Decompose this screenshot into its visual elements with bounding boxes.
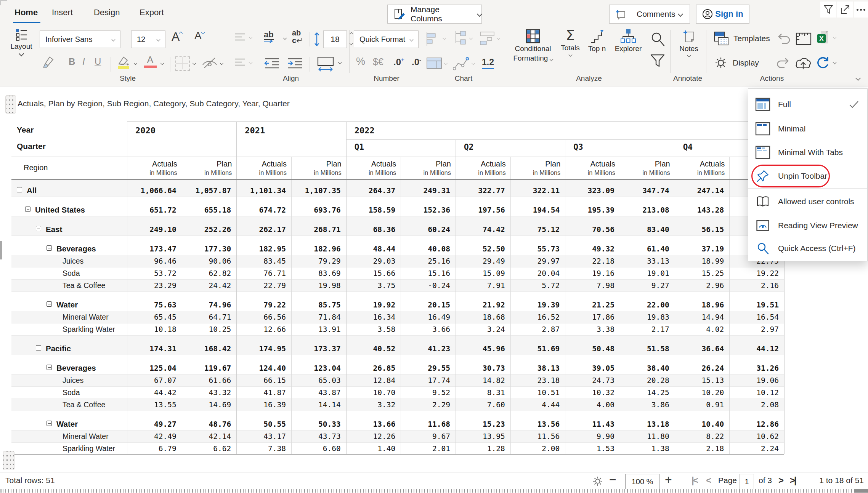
chevron-down-icon[interactable] xyxy=(833,35,837,39)
cell[interactable]: 19.98 xyxy=(291,281,341,290)
cell[interactable]: 11.80 xyxy=(620,432,669,441)
shrink-to-fit-button[interactable]: ab c xyxy=(292,29,302,44)
collapse-icon[interactable] xyxy=(47,421,52,426)
cell[interactable]: 29.49 xyxy=(456,257,505,266)
comments-button[interactable]: Comments xyxy=(609,5,690,24)
cell[interactable]: 19.06 xyxy=(729,376,779,385)
cell[interactable]: 51.69 xyxy=(510,344,560,353)
cell[interactable]: 16.34 xyxy=(346,313,396,322)
column-header[interactable]: Plan xyxy=(510,160,561,168)
cell[interactable]: 1,057.87 xyxy=(182,186,231,195)
cell[interactable]: 22.79 xyxy=(236,281,286,290)
cell[interactable]: 19.51 xyxy=(729,301,779,309)
cell[interactable]: 51.58 xyxy=(620,344,669,353)
column-width-button[interactable] xyxy=(316,56,335,72)
cell[interactable]: 83.69 xyxy=(291,269,341,278)
cell[interactable]: 3.75 xyxy=(346,281,396,290)
cell[interactable]: 249.10 xyxy=(127,225,176,234)
cell[interactable]: 9.27 xyxy=(620,281,669,290)
chevron-down-icon[interactable] xyxy=(833,61,837,64)
cell[interactable]: 5.72 xyxy=(510,281,560,290)
menu-item-allowed-user-controls[interactable]: Allowed user controls xyxy=(748,190,867,213)
collapse-icon[interactable] xyxy=(47,245,52,251)
cell[interactable]: 10.62 xyxy=(729,432,779,441)
cell[interactable]: 15.23 xyxy=(456,420,505,429)
row-label[interactable]: Soda xyxy=(63,388,80,397)
cell[interactable]: 2.08 xyxy=(729,400,779,409)
column-header[interactable]: Plan xyxy=(401,160,451,168)
cell[interactable]: 194.54 xyxy=(510,206,560,214)
sign-in-button[interactable]: Sign in xyxy=(696,5,749,24)
cell[interactable]: 20.04 xyxy=(510,269,560,278)
cell[interactable]: 16.54 xyxy=(729,313,779,322)
quarter-group-label[interactable]: Q4 xyxy=(683,142,693,152)
row-label[interactable]: Beverages xyxy=(56,363,96,373)
cell[interactable]: 33.13 xyxy=(620,257,669,266)
cell[interactable]: 23.29 xyxy=(127,281,176,290)
cell[interactable]: 64.71 xyxy=(182,313,231,322)
cell[interactable]: 45.96 xyxy=(456,344,505,353)
cell[interactable]: 247.14 xyxy=(675,186,724,195)
currency-format-button[interactable]: $€ xyxy=(373,56,383,67)
undo-button[interactable] xyxy=(776,33,791,46)
add-comment-icon[interactable] xyxy=(610,5,631,23)
indent-button[interactable] xyxy=(287,56,303,70)
cell[interactable]: 39.05 xyxy=(565,364,614,373)
cell[interactable]: 42.49 xyxy=(127,432,176,441)
column-header[interactable]: Actuals xyxy=(127,160,177,168)
chevron-up-icon[interactable] xyxy=(350,32,353,36)
column-header[interactable]: Actuals xyxy=(675,160,725,168)
cell[interactable]: 268.71 xyxy=(291,225,341,234)
column-header[interactable]: Plan xyxy=(291,160,342,168)
cell[interactable]: 16.39 xyxy=(236,400,286,409)
cell[interactable]: 18.99 xyxy=(675,257,724,266)
cloud-upload-button[interactable] xyxy=(794,56,812,71)
chevron-down-icon[interactable] xyxy=(249,35,253,39)
cell[interactable]: 65.45 xyxy=(127,313,176,322)
cell[interactable]: 19.39 xyxy=(510,301,560,309)
cell[interactable]: 79.22 xyxy=(236,301,286,309)
cell[interactable]: 11.56 xyxy=(510,432,560,441)
cell[interactable]: 3.32 xyxy=(346,400,396,409)
cell[interactable]: 75.63 xyxy=(127,301,176,309)
cell[interactable]: 14.69 xyxy=(182,400,231,409)
table-chart-button[interactable] xyxy=(426,57,442,69)
row-label[interactable]: Mineral Water xyxy=(63,432,109,441)
row-height-stepper[interactable] xyxy=(350,33,353,46)
bold-button[interactable]: B xyxy=(69,56,75,67)
cell[interactable]: 23.18 xyxy=(510,376,560,385)
quarter-group-label[interactable]: Q2 xyxy=(464,142,473,152)
horizontal-scrollbar-thumb[interactable] xyxy=(854,489,868,493)
prev-page-button[interactable]: < xyxy=(706,475,711,486)
cell[interactable]: 15.25 xyxy=(675,269,724,278)
outdent-button[interactable] xyxy=(264,56,281,70)
cell[interactable]: 12.86 xyxy=(729,420,779,429)
horizontal-align-button[interactable] xyxy=(234,57,247,69)
cell[interactable]: 74.42 xyxy=(456,225,505,234)
cell[interactable]: 17.86 xyxy=(565,313,614,322)
cell[interactable]: 2.16 xyxy=(729,281,779,290)
cell[interactable]: 3.38 xyxy=(565,325,614,334)
cell[interactable]: 173.47 xyxy=(127,245,176,253)
wrap-text-button[interactable]: ab xyxy=(264,30,274,43)
column-header[interactable]: Plan xyxy=(182,160,232,168)
cell[interactable]: 11.68 xyxy=(401,420,450,429)
row-label[interactable]: Sparkling Water xyxy=(63,444,115,453)
cell[interactable]: 2.18 xyxy=(675,444,724,453)
cell[interactable]: 19.22 xyxy=(729,269,779,278)
chevron-down-icon[interactable] xyxy=(220,61,224,65)
cell[interactable]: 52.50 xyxy=(456,245,505,253)
cell[interactable]: 4.44 xyxy=(510,400,560,409)
cell[interactable]: 10.40 xyxy=(675,420,724,429)
row-label[interactable]: East xyxy=(46,225,62,234)
cell[interactable]: 1.53 xyxy=(565,444,614,453)
cell[interactable]: 14.82 xyxy=(456,376,505,385)
cell[interactable]: 19.92 xyxy=(346,301,396,309)
cell[interactable]: 49.27 xyxy=(127,420,176,429)
collapse-icon[interactable] xyxy=(25,206,30,212)
refresh-button[interactable] xyxy=(816,56,830,70)
cell[interactable]: 3.58 xyxy=(346,325,396,334)
cell[interactable]: 16.52 xyxy=(510,313,560,322)
cell[interactable]: 10.51 xyxy=(510,388,560,397)
quarter-group-label[interactable]: Q1 xyxy=(355,142,364,152)
